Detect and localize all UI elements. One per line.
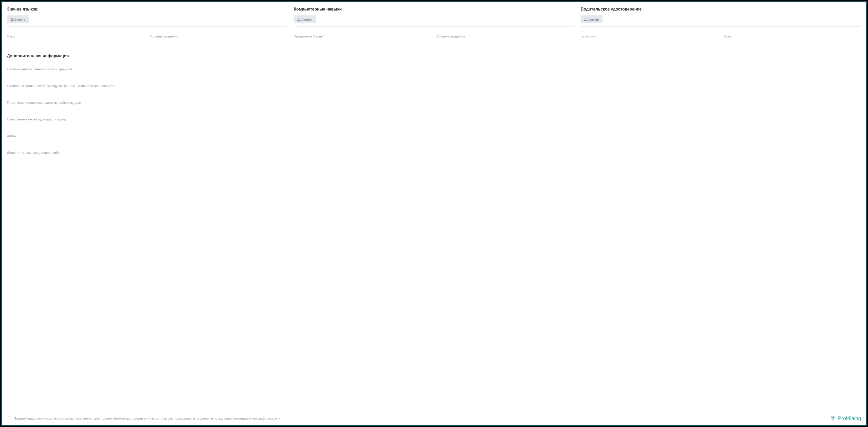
- driver-section: Водительское удостоверение Добавить Кате…: [581, 7, 861, 38]
- logo-text: Profdialog: [838, 416, 861, 421]
- skills-row: Знание языков Добавить Язык Уровень влад…: [7, 7, 861, 38]
- svg-point-1: [832, 417, 833, 418]
- languages-section: Знание языков Добавить Язык Уровень влад…: [7, 7, 287, 38]
- driver-headers: Категория Стаж: [581, 34, 861, 38]
- logo: Profdialog: [830, 415, 861, 421]
- overtime-label: Готовность к ненормированному рабочему д…: [7, 101, 861, 105]
- profdialog-icon: [830, 415, 836, 421]
- driver-col-category: Категория: [581, 34, 718, 38]
- driver-col-experience: Стаж: [723, 34, 861, 38]
- languages-col-language: Язык: [7, 34, 145, 38]
- additional-section: Дополнительная информация Наличие непога…: [7, 54, 861, 154]
- computer-section: Компьютерные навыки Добавить Программы (…: [294, 7, 574, 38]
- driver-title: Водительское удостоверение: [581, 7, 861, 11]
- add-computer-button[interactable]: Добавить: [294, 16, 315, 23]
- form-window: Знание языков Добавить Язык Уровень влад…: [1, 1, 867, 426]
- languages-headers: Язык Уровень владения: [7, 34, 287, 38]
- consent-text: Подтверждаю, что указанные мною данные я…: [13, 417, 280, 420]
- add-driver-button[interactable]: Добавить: [581, 16, 602, 23]
- consent-block: Подтверждаю, что указанные мною данные я…: [7, 416, 280, 420]
- hobby-label: Хобби: [7, 134, 861, 138]
- travel-label: Наличие ограничения по выезду за границу…: [7, 84, 861, 88]
- divider: [581, 26, 861, 27]
- footer-row: Подтверждаю, что указанные мною данные я…: [7, 415, 861, 421]
- form-content: Знание языков Добавить Язык Уровень влад…: [7, 7, 861, 410]
- divider: [294, 26, 574, 27]
- computer-col-level: Уровень владения: [437, 34, 574, 38]
- relocation-label: Отношение к переезду в другой город: [7, 117, 861, 121]
- extra-label: Дополнительные сведения о себе: [7, 151, 861, 154]
- computer-title: Компьютерные навыки: [294, 7, 574, 11]
- divider: [7, 26, 287, 27]
- mortgage-label: Наличие непогашенной ипотеки, кредитов: [7, 67, 861, 71]
- consent-checkbox[interactable]: [7, 416, 11, 420]
- languages-col-level: Уровень владения: [150, 34, 287, 38]
- languages-title: Знание языков: [7, 7, 287, 11]
- additional-title: Дополнительная информация: [7, 54, 861, 58]
- computer-headers: Программы (пакет) Уровень владения: [294, 34, 574, 38]
- add-language-button[interactable]: Добавить: [7, 16, 29, 23]
- svg-point-0: [832, 417, 834, 418]
- computer-col-programs: Программы (пакет): [294, 34, 431, 38]
